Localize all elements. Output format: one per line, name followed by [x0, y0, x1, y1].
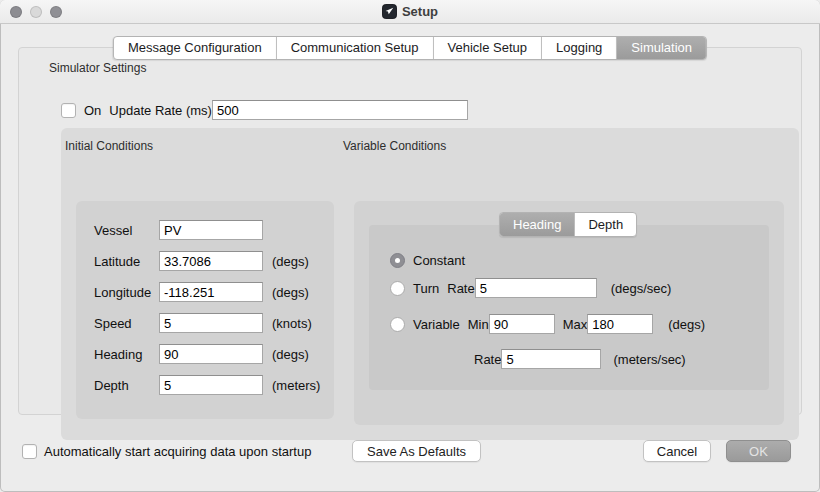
heading-unit: (degs) [272, 347, 309, 362]
turn-rate-input[interactable] [475, 278, 597, 298]
simulator-on-row: On Update Rate (ms) [61, 99, 468, 121]
turn-rate-unit: (degs/sec) [611, 281, 672, 296]
app-icon [382, 4, 397, 19]
initial-conditions-box: Vessel Latitude (degs) Longitude (degs) … [76, 201, 334, 419]
variable-row: Variable Min Max (degs) [390, 313, 705, 335]
longitude-label: Longitude [94, 285, 159, 300]
variable-rate-unit: (meters/sec) [613, 352, 685, 367]
latitude-label: Latitude [94, 254, 159, 269]
variable-rate-row: Rate (meters/sec) [474, 348, 686, 370]
cancel-button[interactable]: Cancel [643, 440, 711, 462]
on-checkbox-label: On [84, 103, 101, 118]
auto-start-checkbox[interactable] [22, 444, 37, 459]
latitude-row: Latitude (degs) [94, 251, 324, 271]
heading-row: Heading (degs) [94, 344, 324, 364]
variable-label: Variable [413, 317, 460, 332]
variable-conditions-title: Variable Conditions [343, 139, 446, 153]
variable-rate-label: Rate [474, 352, 501, 367]
setup-window: Setup Message Configuration Communicatio… [0, 0, 820, 492]
simulation-tab-content: Simulator Settings On Update Rate (ms) I… [18, 47, 802, 415]
longitude-unit: (degs) [272, 285, 309, 300]
auto-start-label: Automatically start acquiring data upon … [44, 444, 311, 459]
speed-input[interactable] [159, 313, 263, 333]
variable-rate-input[interactable] [501, 349, 601, 369]
variable-max-input[interactable] [587, 314, 653, 334]
longitude-input[interactable] [159, 282, 263, 302]
depth-row: Depth (meters) [94, 375, 324, 395]
ok-button[interactable]: OK [726, 440, 791, 462]
update-rate-label: Update Rate (ms) [109, 103, 212, 118]
on-checkbox[interactable] [61, 103, 76, 118]
tab-vehicle-setup[interactable]: Vehicle Setup [434, 37, 543, 59]
speed-row: Speed (knots) [94, 313, 324, 333]
turn-row: Turn Rate (degs/sec) [390, 277, 671, 299]
turn-rate-label: Rate [447, 281, 474, 296]
depth-input[interactable] [159, 375, 263, 395]
variable-range-unit: (degs) [668, 317, 705, 332]
latitude-unit: (degs) [272, 254, 309, 269]
tab-message-configuration[interactable]: Message Configuration [114, 37, 277, 59]
constant-label: Constant [413, 253, 465, 268]
window-title: Setup [402, 4, 438, 19]
tab-simulation[interactable]: Simulation [617, 37, 706, 59]
initial-conditions-title: Initial Conditions [65, 139, 153, 153]
tab-heading[interactable]: Heading [500, 213, 575, 236]
depth-label: Depth [94, 378, 159, 393]
save-as-defaults-button[interactable]: Save As Defaults [352, 440, 481, 462]
variable-conditions-box: Heading Depth Constant Turn Rate (degs/s… [354, 201, 784, 425]
simulator-settings-title: Simulator Settings [49, 61, 146, 75]
constant-row: Constant [390, 251, 465, 269]
speed-unit: (knots) [272, 316, 312, 331]
variable-min-label: Min [468, 317, 489, 332]
heading-depth-tab-bar: Heading Depth [499, 212, 637, 237]
auto-start-row: Automatically start acquiring data upon … [22, 442, 311, 460]
longitude-row: Longitude (degs) [94, 282, 324, 302]
heading-input[interactable] [159, 344, 263, 364]
turn-radio[interactable] [390, 281, 405, 296]
variable-min-input[interactable] [489, 314, 555, 334]
update-rate-input[interactable] [212, 100, 468, 120]
setup-tab-bar: Message Configuration Communication Setu… [113, 36, 707, 60]
turn-label: Turn [413, 281, 439, 296]
latitude-input[interactable] [159, 251, 263, 271]
vessel-label: Vessel [94, 223, 159, 238]
vessel-row: Vessel [94, 220, 324, 240]
constant-radio[interactable] [390, 253, 405, 268]
heading-label: Heading [94, 347, 159, 362]
tab-communication-setup[interactable]: Communication Setup [277, 37, 434, 59]
variable-radio[interactable] [390, 317, 405, 332]
tab-depth[interactable]: Depth [575, 213, 636, 236]
variable-max-label: Max [563, 317, 588, 332]
depth-unit: (meters) [272, 378, 320, 393]
speed-label: Speed [94, 316, 159, 331]
title-bar: Setup [0, 0, 820, 24]
vessel-input[interactable] [159, 220, 263, 240]
tab-logging[interactable]: Logging [542, 37, 617, 59]
